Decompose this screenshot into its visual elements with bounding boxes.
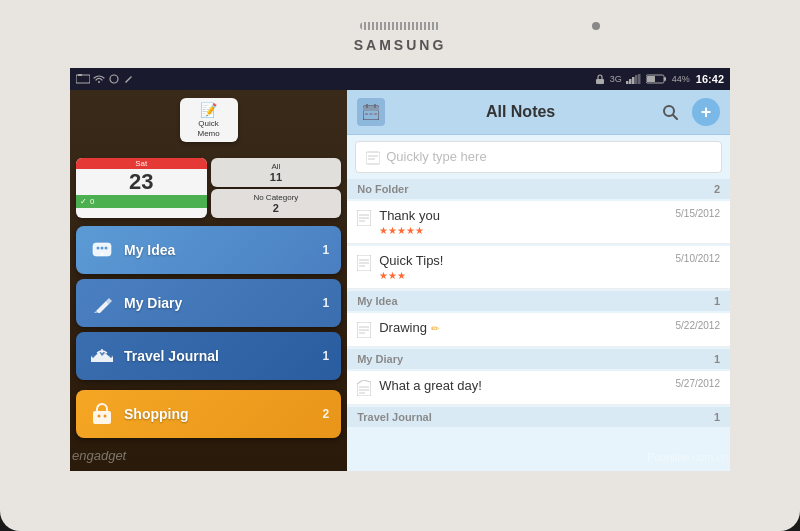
screenshot-icon	[76, 74, 90, 84]
travel-journal-icon	[88, 342, 116, 370]
svg-rect-2	[596, 79, 604, 84]
watermark-right: Pconline.com.cn	[647, 451, 728, 463]
filter-widgets: All 11 No Category 2	[211, 158, 342, 218]
my-diary-label: My Diary	[124, 295, 315, 311]
svg-rect-26	[365, 113, 368, 115]
folder-travel-journal-count: 1	[714, 411, 720, 423]
travel-journal-label: Travel Journal	[124, 348, 315, 364]
note-great-day[interactable]: What a great day! 5/27/2012	[347, 371, 730, 405]
note-quick-tips-stars: ★★★	[379, 270, 667, 281]
note-drawing-meta: 5/22/2012	[676, 320, 721, 331]
folder-travel-journal: Travel Journal 1	[347, 407, 730, 427]
note-quick-tips-meta: 5/10/2012	[676, 253, 721, 264]
note-drawing[interactable]: Drawing ✏ 5/22/2012	[347, 313, 730, 347]
note-thank-you-content: Thank you ★★★★★	[379, 208, 667, 236]
folder-my-diary-count: 1	[714, 353, 720, 365]
wifi-icon	[93, 74, 105, 84]
notes-title: All Notes	[393, 103, 648, 121]
note-great-day-content: What a great day!	[379, 378, 667, 393]
notes-calendar-icon	[357, 98, 385, 126]
notes-header: All Notes +	[347, 90, 730, 135]
svg-rect-31	[366, 152, 380, 164]
samsung-logo: SAMSUNG	[354, 37, 447, 53]
my-idea-icon	[88, 236, 116, 264]
speaker-grille	[360, 22, 440, 30]
quick-memo-widget[interactable]: 📝 Quick Memo	[180, 98, 238, 142]
shopping-icon	[88, 400, 116, 428]
note-quick-tips-date: 5/10/2012	[676, 253, 721, 264]
filter-no-category-btn[interactable]: No Category 2	[211, 189, 342, 218]
note-icon-1	[357, 209, 371, 227]
note-great-day-meta: 5/27/2012	[676, 378, 721, 389]
svg-point-15	[105, 247, 108, 250]
note-drawing-date: 5/22/2012	[676, 320, 721, 331]
note-thank-you[interactable]: Thank you ★★★★★ 5/15/2012	[347, 201, 730, 244]
quick-type-placeholder: Quickly type here	[386, 149, 711, 164]
notebook-my-idea[interactable]: My Idea 1	[76, 226, 341, 274]
note-thank-you-meta: 5/15/2012	[676, 208, 721, 219]
calendar-widget[interactable]: Sat 23 ✓ 0	[76, 158, 207, 218]
status-icons-left	[76, 74, 133, 84]
svg-rect-9	[664, 77, 666, 81]
note-thank-you-date: 5/15/2012	[676, 208, 721, 219]
quick-type-icon	[366, 149, 380, 165]
svg-line-30	[673, 115, 677, 119]
notes-add-button[interactable]: +	[692, 98, 720, 126]
folder-my-diary: My Diary 1	[347, 349, 730, 369]
signal-text: 3G	[610, 74, 622, 84]
folder-travel-journal-name: Travel Journal	[357, 411, 432, 423]
note-drawing-title: Drawing ✏	[379, 320, 667, 335]
note-quick-tips-content: Quick Tips! ★★★	[379, 253, 667, 281]
notes-search-button[interactable]	[656, 98, 684, 126]
svg-rect-28	[374, 113, 377, 115]
note-quick-tips[interactable]: Quick Tips! ★★★ 5/10/2012	[347, 246, 730, 289]
filter-no-cat-count: 2	[217, 202, 336, 214]
note-great-day-title: What a great day!	[379, 378, 667, 393]
folder-my-idea-name: My Idea	[357, 295, 397, 307]
camera-dot	[592, 22, 600, 30]
status-icons-right: 3G 44% 16:42	[594, 73, 724, 85]
my-idea-count: 1	[323, 243, 330, 257]
lock-icon	[594, 74, 606, 84]
screen-content: 📝 Quick Memo Sat 23 ✓ 0	[70, 90, 730, 471]
pencil-status-icon	[123, 74, 133, 84]
left-panel: 📝 Quick Memo Sat 23 ✓ 0	[70, 90, 347, 471]
svg-point-19	[98, 415, 101, 418]
watermark-left: engadget	[72, 448, 126, 463]
my-idea-label: My Idea	[124, 242, 315, 258]
folder-no-folder: No Folder 2	[347, 179, 730, 199]
notebook-travel-journal[interactable]: Travel Journal 1	[76, 332, 341, 380]
folder-my-idea: My Idea 1	[347, 291, 730, 311]
drawing-pencil-icon: ✏	[431, 323, 439, 334]
folder-my-diary-name: My Diary	[357, 353, 403, 365]
folder-no-folder-count: 2	[714, 183, 720, 195]
calendar-check-row: ✓ 0	[76, 195, 207, 208]
calendar-day-name: Sat	[76, 158, 207, 169]
travel-journal-count: 1	[323, 349, 330, 363]
battery-icon	[646, 74, 668, 84]
calendar-row: Sat 23 ✓ 0 All 11 N	[76, 158, 341, 218]
notebook-my-diary[interactable]: My Diary 1	[76, 279, 341, 327]
filter-all-btn[interactable]: All 11	[211, 158, 342, 187]
svg-rect-18	[93, 411, 111, 424]
screen: 3G 44% 16:42	[70, 68, 730, 471]
svg-rect-5	[632, 77, 635, 84]
signal-bars-icon	[626, 74, 642, 84]
time-display: 16:42	[696, 73, 724, 85]
shopping-label: Shopping	[124, 406, 315, 422]
sync-icon	[108, 74, 120, 84]
folder-my-idea-count: 1	[714, 295, 720, 307]
quick-memo-label2: Memo	[188, 129, 230, 139]
note-icon-4	[357, 379, 371, 397]
svg-point-20	[104, 415, 107, 418]
quick-memo-label1: Quick	[188, 119, 230, 129]
notebook-shopping[interactable]: Shopping 2	[76, 390, 341, 438]
notebook-list: My Idea 1 My Diary 1	[76, 226, 341, 438]
status-bar: 3G 44% 16:42	[70, 68, 730, 90]
svg-rect-4	[629, 79, 632, 84]
notes-list: No Folder 2 Th	[347, 179, 730, 471]
quick-type-bar[interactable]: Quickly type here	[355, 141, 722, 173]
folder-no-folder-name: No Folder	[357, 183, 408, 195]
svg-rect-27	[370, 113, 373, 115]
svg-point-14	[101, 247, 104, 250]
